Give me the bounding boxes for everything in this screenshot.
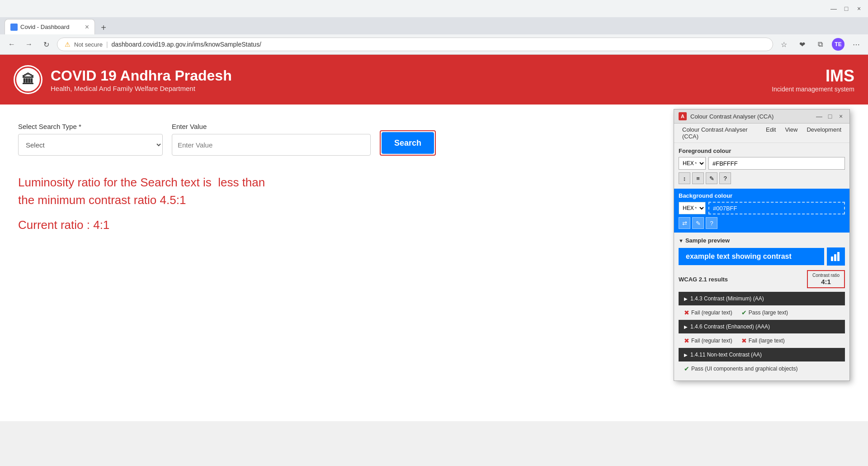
wcag-item-aaa-arrow: ▶ [684,324,688,329]
forward-button[interactable]: → [23,38,35,51]
preview-arrow: ▼ [679,238,684,243]
maximize-button[interactable]: □ [842,4,851,13]
svg-rect-0 [831,257,833,261]
new-tab-button[interactable]: + [97,21,110,34]
fg-tool-help[interactable]: ? [719,172,731,184]
browser-tab[interactable]: Covid - Dashboard × [5,19,95,34]
wcag-aa-pass-large: ✔ Pass (large text) [741,309,788,316]
search-input[interactable] [172,134,371,156]
wcag-item-aaa[interactable]: ▶ 1.4.6 Contrast (Enhanced) (AAA) [679,320,845,333]
contrast-ratio-box: Contrast ratio 4:1 [807,270,845,288]
bg-tool-help[interactable]: ? [706,217,717,229]
ims-title: IMS [772,67,854,86]
wcag-item-nontext[interactable]: ▶ 1.4.11 Non-text Contrast (AA) [679,348,845,361]
cca-window-buttons: — □ × [815,112,845,120]
pass-icon-2: ✔ [684,365,689,372]
title-bar-controls: — □ × [829,4,863,13]
search-button[interactable]: Search [382,132,434,154]
wcag-title: WCAG 2.1 results [679,276,728,283]
cca-menu-analyser[interactable]: Colour Contrast Analyser (CCA) [678,125,761,141]
wcag-aaa-fail-regular-text: Fail (regular text) [691,338,732,344]
fg-tool-swap[interactable]: ↕ [679,172,690,184]
fg-tools-row: ↕ ≡ ✎ ? [679,172,845,184]
wcag-nontext-results: ✔ Pass (UI components and graphical obje… [679,363,845,374]
url-text: dashboard.covid19.ap.gov.in/ims/knowSamp… [112,41,261,48]
wcag-item-aa-label: 1.4.3 Contrast (Minimum) (AA) [690,295,764,302]
bg-tool-eyedropper[interactable]: ✎ [692,217,704,229]
chart-icon [831,252,841,261]
fail-icon-3: ✖ [741,337,747,344]
tab-close-icon[interactable]: × [85,23,89,31]
cca-window: A Colour Contrast Analyser (CCA) — □ × C… [674,109,850,381]
fg-color-input[interactable] [708,157,845,170]
wcag-item-nontext-arrow: ▶ [684,352,688,357]
not-secure-label: Not secure [74,41,103,48]
input-group: Enter Value [172,123,371,156]
sample-text: example text showing contrast [679,248,824,265]
wcag-aa-fail-regular-text: Fail (regular text) [691,309,732,316]
fg-hex-row: HEX ▾ [679,157,845,170]
select-group: Select Search Type * Select [18,123,163,156]
bg-label: Background colour [679,192,845,199]
bookmark-icon[interactable]: ☆ [778,38,790,51]
cca-menubar: Colour Contrast Analyser (CCA) Edit View… [674,124,849,143]
wcag-section: WCAG 2.1 results Contrast ratio 4:1 ▶ 1.… [679,270,845,374]
fail-icon: ✖ [684,309,689,316]
svg-rect-2 [837,252,840,261]
wcag-nontext-pass-text: Pass (UI components and graphical object… [691,366,797,372]
title-bar: — □ × [0,0,868,17]
extensions-icon[interactable]: ⧉ [814,38,826,51]
cca-menu-edit[interactable]: Edit [761,125,780,141]
site-header: 🏛 COVID 19 Andhra Pradesh Health, Medica… [0,55,868,105]
main-area: Select Search Type * Select Enter Value … [0,105,868,421]
cca-menu-dev[interactable]: Development [802,125,846,141]
bg-tool-swap[interactable]: ⇄ [679,217,690,229]
logo-inner: 🏛 [15,67,41,93]
wcag-nontext-pass: ✔ Pass (UI components and graphical obje… [684,365,797,372]
select-label: Select Search Type * [18,123,163,130]
tab-title: Covid - Dashboard [20,24,69,30]
bg-format-select[interactable]: HEX ▾ [679,202,706,214]
wcag-item-aa[interactable]: ▶ 1.4.3 Contrast (Minimum) (AA) [679,292,845,305]
heart-icon[interactable]: ❤ [796,38,808,51]
wcag-header: WCAG 2.1 results Contrast ratio 4:1 [679,270,845,288]
svg-rect-1 [834,254,836,261]
url-box[interactable]: ⚠ Not secure | dashboard.covid19.ap.gov.… [57,38,773,51]
wcag-aaa-fail-large: ✖ Fail (large text) [741,337,785,344]
close-button[interactable]: × [854,4,863,13]
bg-color-input[interactable] [708,202,845,214]
header-title: COVID 19 Andhra Pradesh Health, Medical … [51,67,232,92]
bg-hex-row: HEX ▾ [679,202,845,214]
menu-icon[interactable]: ⋯ [850,38,863,51]
preview-section: ▼ Sample preview example text showing co… [679,237,845,266]
cca-close[interactable]: × [837,112,845,120]
wcag-aaa-results: ✖ Fail (regular text) ✖ Fail (large text… [679,335,845,346]
search-button-wrapper: Search [380,130,436,156]
fg-tool-eyedropper[interactable]: ✎ [706,172,717,184]
header-left: 🏛 COVID 19 Andhra Pradesh Health, Medica… [14,65,232,94]
cca-maximize[interactable]: □ [826,112,834,120]
minimize-button[interactable]: — [829,4,838,13]
back-button[interactable]: ← [5,38,18,51]
address-bar: ← → ↻ ⚠ Not secure | dashboard.covid19.a… [0,34,868,54]
cca-minimize[interactable]: — [815,112,823,120]
address-bar-icons: ☆ ❤ ⧉ TE ⋯ [778,38,863,51]
wcag-item-aaa-label: 1.4.6 Contrast (Enhanced) (AAA) [690,323,770,330]
user-avatar[interactable]: TE [832,38,844,51]
logo-emblem: 🏛 [22,72,34,87]
refresh-button[interactable]: ↻ [40,38,52,51]
search-type-select[interactable]: Select [18,134,163,156]
wcag-aa-fail-regular: ✖ Fail (regular text) [684,309,732,316]
wcag-aa-pass-large-text: Pass (large text) [749,309,788,316]
tab-favicon [10,24,18,31]
wcag-aaa-fail-large-text: Fail (large text) [749,338,785,344]
cca-menu-view[interactable]: View [780,125,802,141]
site-subtitle: Health, Medical And Family Welfare Depar… [51,85,232,92]
chart-button[interactable] [827,247,845,266]
fg-label: Foreground colour [679,147,845,154]
page-content: 🏛 COVID 19 Andhra Pradesh Health, Medica… [0,55,868,421]
fg-tool-adjust[interactable]: ≡ [692,172,704,184]
fg-format-select[interactable]: HEX ▾ [679,157,706,170]
contrast-ratio-value: 4:1 [812,278,840,285]
preview-row: example text showing contrast [679,247,845,266]
